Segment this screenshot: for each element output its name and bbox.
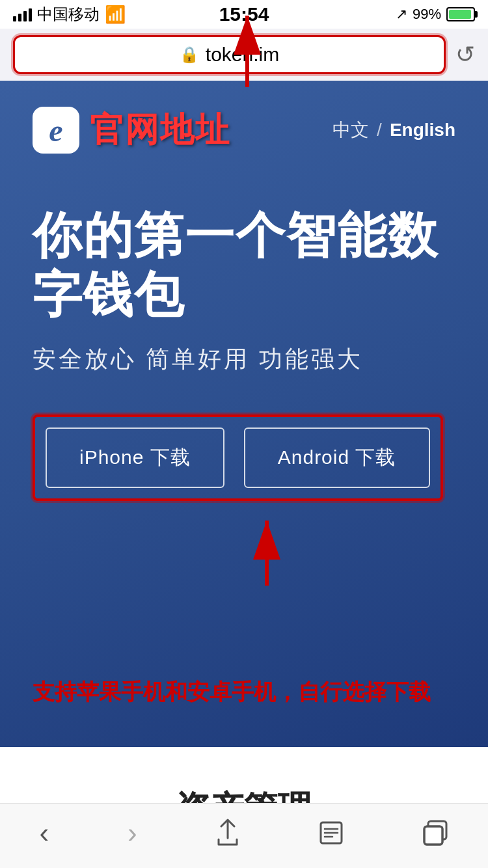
- hero-subtitle: 安全放心 简单好用 功能强大: [33, 344, 455, 375]
- nav-tabs-button[interactable]: [410, 813, 462, 852]
- lang-english[interactable]: English: [390, 120, 455, 141]
- signal-icon: [13, 7, 32, 21]
- iphone-download-button[interactable]: iPhone 下载: [46, 427, 224, 488]
- svg-rect-6: [424, 826, 442, 845]
- arrow-to-buttons: [228, 514, 306, 592]
- language-switcher: 中文 / English: [332, 118, 455, 142]
- android-download-button[interactable]: Android 下载: [244, 427, 430, 488]
- lang-divider: /: [377, 120, 382, 141]
- battery-percent: 99%: [413, 6, 441, 23]
- annotation-text: 支持苹果手机和安卓手机，自行选择下载: [33, 677, 455, 708]
- site-header: e 官网地址 中文 / English: [33, 107, 455, 154]
- nav-bookmarks-button[interactable]: [305, 813, 357, 852]
- hero-section: e 官网地址 中文 / English 你的第一个智能数字钱包 安全放心 简单好…: [0, 81, 488, 747]
- nav-back-button[interactable]: ‹: [26, 810, 62, 856]
- battery-icon: [446, 7, 475, 21]
- battery-fill: [449, 10, 471, 19]
- lock-icon: 🔒: [180, 46, 199, 64]
- lang-chinese[interactable]: 中文: [332, 118, 369, 142]
- status-time: 15:54: [219, 3, 269, 25]
- browser-bar: 🔒 token.im ↺: [0, 29, 488, 81]
- logo-icon: e: [33, 107, 79, 154]
- wifi-icon: 📶: [105, 5, 126, 25]
- arrow-to-buttons-container: [33, 514, 455, 599]
- bottom-nav: ‹ ›: [0, 803, 488, 868]
- url-text[interactable]: token.im: [206, 44, 279, 66]
- hero-title: 你的第一个智能数字钱包: [33, 206, 455, 324]
- download-buttons-wrapper: iPhone 下载 Android 下载: [33, 414, 455, 514]
- status-bar: 中国移动 📶 15:54 ↗ 99%: [0, 0, 488, 29]
- download-buttons-box: iPhone 下载 Android 下载: [33, 414, 443, 501]
- url-bar[interactable]: 🔒 token.im: [13, 35, 446, 74]
- logo-area: e 官网地址: [33, 107, 230, 154]
- status-left: 中国移动 📶: [13, 4, 126, 25]
- nav-forward-button[interactable]: ›: [115, 810, 150, 856]
- site-title: 官网地址: [90, 107, 230, 153]
- location-icon: ↗: [396, 6, 407, 23]
- carrier-label: 中国移动: [37, 4, 100, 25]
- status-right: ↗ 99%: [396, 6, 475, 23]
- nav-share-button[interactable]: [203, 812, 252, 854]
- refresh-button[interactable]: ↺: [455, 41, 475, 68]
